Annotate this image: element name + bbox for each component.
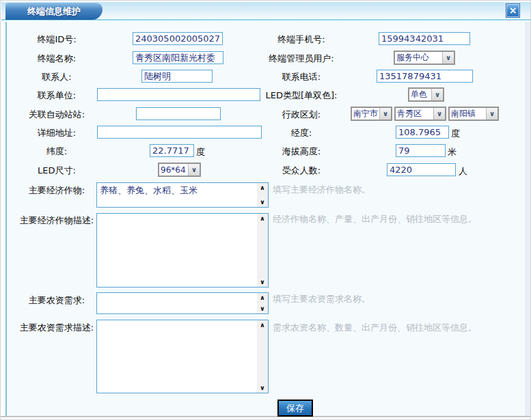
latitude-label: 纬度: bbox=[10, 145, 103, 158]
main-crops-desc-field: ∧ ∨ bbox=[96, 213, 269, 288]
contact-phone-input[interactable] bbox=[377, 70, 473, 83]
main-crops-desc-textarea[interactable] bbox=[97, 214, 257, 287]
scroll-up-icon[interactable]: ∧ bbox=[260, 215, 264, 222]
contact-person-input[interactable] bbox=[141, 70, 213, 83]
region-city-value: 南宁市 bbox=[352, 108, 379, 120]
contact-unit-input[interactable] bbox=[97, 88, 260, 101]
vertical-scrollbar[interactable]: ∧ ∨ bbox=[257, 320, 268, 393]
led-size-label: LED尺寸: bbox=[10, 164, 103, 177]
audience-unit: 人 bbox=[459, 165, 467, 178]
agri-needs-textarea[interactable] bbox=[97, 293, 257, 313]
led-type-label: LED类型[单双色]: bbox=[257, 89, 346, 102]
close-icon[interactable]: × bbox=[506, 3, 520, 18]
led-size-select[interactable]: 96*64 ∨ bbox=[158, 163, 201, 177]
vertical-scrollbar[interactable]: ∧ ∨ bbox=[257, 214, 268, 287]
dialog-title-tab: 终端信息维护 bbox=[5, 3, 103, 20]
vertical-scrollbar[interactable]: ∧ ∨ bbox=[257, 293, 268, 313]
main-crops-desc-hint: 经济作物名称、产量、出产月份、销往地区等信息。 bbox=[273, 213, 477, 225]
led-type-select[interactable]: 单色 ∨ bbox=[408, 87, 444, 102]
scroll-down-icon[interactable]: ∨ bbox=[260, 199, 264, 206]
terminal-name-label: 终端名称: bbox=[10, 52, 103, 65]
terminal-phone-label: 终端手机号: bbox=[257, 33, 346, 46]
scroll-up-icon[interactable]: ∧ bbox=[260, 294, 264, 301]
region-district-select[interactable]: 青秀区 ∨ bbox=[394, 107, 446, 121]
altitude-label: 海拔高度: bbox=[257, 145, 346, 158]
led-type-value: 单色 bbox=[409, 89, 431, 100]
audience-label: 受众人数: bbox=[257, 164, 346, 177]
main-crops-desc-label: 主要经济作物描述: bbox=[10, 214, 103, 227]
scroll-up-icon[interactable]: ∧ bbox=[260, 184, 264, 191]
admin-user-value: 服务中心 bbox=[395, 52, 442, 64]
panel-bottom-edge bbox=[1, 416, 531, 420]
region-label: 行政区划: bbox=[257, 108, 346, 121]
auto-station-input[interactable] bbox=[136, 107, 221, 120]
longitude-unit: 度 bbox=[451, 127, 460, 140]
chevron-down-icon: ∨ bbox=[379, 108, 391, 120]
region-district-value: 青秀区 bbox=[396, 108, 433, 120]
save-button[interactable]: 保存 bbox=[277, 400, 313, 417]
dialog-titlebar: 终端信息维护 × bbox=[1, 2, 530, 20]
terminal-id-label: 终端ID号: bbox=[10, 33, 103, 46]
address-input[interactable] bbox=[97, 126, 262, 139]
scroll-down-icon[interactable]: ∨ bbox=[260, 279, 264, 285]
main-crops-hint: 填写主要经济作物名称。 bbox=[273, 184, 370, 196]
latitude-input[interactable] bbox=[150, 144, 194, 157]
agri-needs-desc-field: ∧ ∨ bbox=[96, 320, 269, 393]
terminal-name-input[interactable] bbox=[133, 51, 223, 64]
altitude-input[interactable] bbox=[396, 144, 446, 157]
agri-needs-field: ∧ ∨ bbox=[96, 292, 269, 314]
region-town-value: 南阳镇 bbox=[450, 108, 486, 120]
region-city-select[interactable]: 南宁市 ∨ bbox=[351, 107, 392, 121]
agri-needs-hint: 填写主要农资需求名称。 bbox=[273, 293, 370, 305]
chevron-down-icon: ∨ bbox=[188, 164, 200, 176]
latitude-unit: 度 bbox=[196, 145, 205, 158]
contact-phone-label: 联系电话: bbox=[257, 70, 346, 83]
agri-needs-desc-hint: 需求农资名称、数量、出产月份、销往地区等信息。 bbox=[273, 322, 477, 334]
main-crops-textarea[interactable]: 养猪、养兔、水稻、玉米 bbox=[97, 183, 257, 207]
scroll-down-icon[interactable]: ∨ bbox=[260, 384, 264, 391]
address-label: 详细地址: bbox=[10, 126, 103, 139]
terminal-info-dialog: 终端信息维护 × 终端ID号: 终端手机号: 终端名称: 终端管理员用户: 服务… bbox=[0, 0, 531, 420]
region-town-select[interactable]: 南阳镇 ∨ bbox=[448, 107, 499, 121]
scroll-up-icon[interactable]: ∧ bbox=[260, 322, 264, 328]
audience-input[interactable] bbox=[387, 163, 456, 176]
main-crops-label: 主要经济作物: bbox=[10, 184, 103, 197]
vertical-scrollbar[interactable]: ∧ ∨ bbox=[257, 183, 268, 207]
terminal-phone-input[interactable] bbox=[379, 32, 470, 45]
page-title: 终端信息维护 bbox=[27, 5, 81, 18]
led-size-value: 96*64 bbox=[159, 165, 188, 175]
altitude-unit: 米 bbox=[448, 145, 457, 158]
chevron-down-icon: ∨ bbox=[486, 108, 498, 120]
agri-needs-desc-label: 主要农资需求描述: bbox=[10, 321, 103, 334]
admin-user-label: 终端管理员用户: bbox=[257, 52, 346, 65]
terminal-id-input[interactable] bbox=[133, 32, 223, 45]
scroll-down-icon[interactable]: ∨ bbox=[260, 305, 264, 312]
agri-needs-label: 主要农资需求: bbox=[10, 294, 103, 307]
chevron-down-icon: ∨ bbox=[442, 52, 454, 64]
panel-right-strip bbox=[525, 22, 530, 416]
chevron-down-icon: ∨ bbox=[433, 108, 445, 120]
longitude-label: 经度: bbox=[257, 126, 346, 139]
agri-needs-desc-textarea[interactable] bbox=[97, 320, 257, 393]
longitude-input[interactable] bbox=[396, 126, 449, 139]
contact-person-label: 联系人: bbox=[10, 70, 103, 83]
chevron-down-icon: ∨ bbox=[431, 89, 443, 100]
auto-station-label: 关联自动站站: bbox=[10, 108, 103, 121]
admin-user-select[interactable]: 服务中心 ∨ bbox=[394, 51, 455, 65]
main-crops-field: 养猪、养兔、水稻、玉米 ∧ ∨ bbox=[96, 182, 269, 208]
contact-unit-label: 联系单位: bbox=[10, 89, 103, 102]
